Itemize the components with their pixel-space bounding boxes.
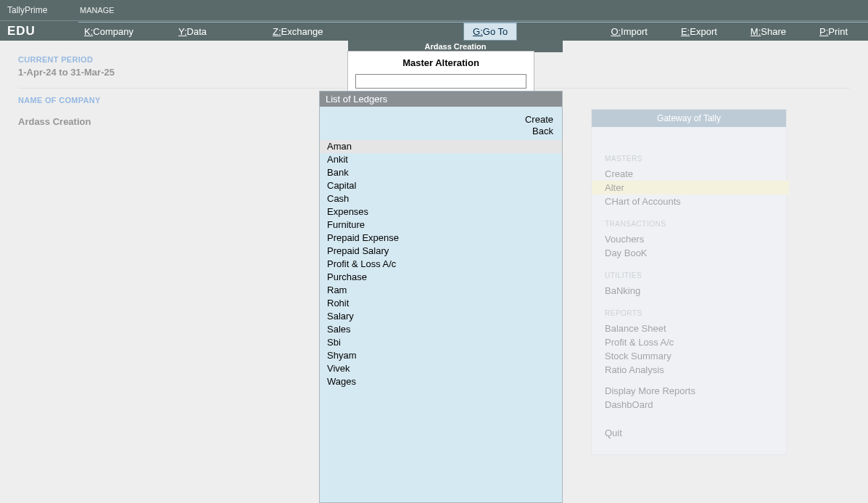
brand-line2: EDU <box>7 24 78 38</box>
menu-export[interactable]: E:Export <box>675 23 723 40</box>
ledger-list-panel: List of Ledgers Create Back AmanAnkitBan… <box>319 91 563 503</box>
gateway-title: Gateway of Tally <box>592 110 786 127</box>
ledger-item[interactable]: Capital <box>320 179 562 192</box>
ledger-item[interactable]: Aman <box>320 140 562 153</box>
gateway-banking[interactable]: BaNking <box>605 284 776 298</box>
master-alteration-box: Master Alteration <box>348 52 534 96</box>
menu-import[interactable]: O:Import <box>605 23 653 40</box>
master-title: Master Alteration <box>355 57 526 68</box>
section-reports: REPORTS <box>605 309 776 317</box>
ledger-item[interactable]: Sbi <box>320 336 562 349</box>
gateway-chart[interactable]: CHart of Accounts <box>605 195 776 208</box>
gateway-more-reports[interactable]: Display More Reports <box>605 384 776 398</box>
topbar-row-2: EDU K:Company Y:Data Z:Exchange G:Go To … <box>0 20 868 41</box>
ledger-item[interactable]: Sales <box>320 323 562 336</box>
ledger-item[interactable]: Rohit <box>320 297 562 310</box>
ledger-item[interactable]: Wages <box>320 375 562 388</box>
menu-print[interactable]: P:Print <box>814 23 853 40</box>
brand-block-2: EDU <box>0 24 78 38</box>
gateway-create[interactable]: Create <box>605 167 776 181</box>
menu-share[interactable]: M:Share <box>745 23 792 40</box>
ledger-list-head: List of Ledgers <box>320 91 562 107</box>
ledger-item[interactable]: Purchase <box>320 271 562 284</box>
section-transactions: TRANSACTIONS <box>605 220 776 228</box>
master-search-input[interactable] <box>355 74 526 89</box>
gateway-alter[interactable]: Alter <box>592 181 789 195</box>
section-masters: MASTERS <box>605 155 776 163</box>
topbar-row-1: TallyPrime MANAGE <box>0 0 868 20</box>
brand-line1: TallyPrime <box>7 5 78 15</box>
ledger-item[interactable]: Expenses <box>320 205 562 218</box>
ledger-item[interactable]: Vivek <box>320 362 562 375</box>
ledger-item[interactable]: Furniture <box>320 218 562 232</box>
menu-company[interactable]: K:Company <box>78 23 173 40</box>
action-back[interactable]: Back <box>328 126 553 137</box>
manage-label: MANAGE <box>80 6 115 15</box>
gateway-quit[interactable]: Quit <box>605 426 776 440</box>
ledger-item[interactable]: Bank <box>320 166 562 179</box>
gateway-pl[interactable]: Profit & Loss A/c <box>605 335 776 349</box>
section-utilities: UTILITIES <box>605 271 776 279</box>
gateway-stock[interactable]: Stock Summary <box>605 349 776 363</box>
gateway-panel: Gateway of Tally MASTERS Create Alter CH… <box>591 109 787 455</box>
company-bar: Ardass Creation <box>348 41 563 52</box>
ledger-item[interactable]: Cash <box>320 192 562 205</box>
action-create[interactable]: Create <box>328 114 553 126</box>
ledger-items: AmanAnkitBankCapitalCashExpensesFurnitur… <box>320 140 562 388</box>
ledger-item[interactable]: Shyam <box>320 349 562 362</box>
gateway-balancesheet[interactable]: Balance Sheet <box>605 322 776 335</box>
workspace: CURRENT PERIOD 1-Apr-24 to 31-Mar-25 NAM… <box>0 41 868 503</box>
ledger-item[interactable]: Salary <box>320 310 562 323</box>
gateway-daybook[interactable]: Day BooK <box>605 246 776 260</box>
ledger-item[interactable]: Ram <box>320 284 562 297</box>
menu-exchange[interactable]: Z:Exchange <box>267 23 376 40</box>
gateway-vouchers[interactable]: Vouchers <box>605 232 776 246</box>
ledger-item[interactable]: Prepaid Expense <box>320 232 562 245</box>
ledger-list-actions: Create Back <box>320 107 562 140</box>
ledger-item[interactable]: Profit & Loss A/c <box>320 258 562 271</box>
gateway-ratio[interactable]: Ratio Analysis <box>605 363 776 377</box>
ledger-item[interactable]: Prepaid Salary <box>320 245 562 258</box>
brand-block: TallyPrime <box>0 5 78 15</box>
menu-goto[interactable]: G:Go To <box>463 23 517 41</box>
gateway-dashboard[interactable]: DashbOard <box>605 398 776 412</box>
top-bar: TallyPrime MANAGE EDU K:Company Y:Data Z… <box>0 0 868 41</box>
ledger-item[interactable]: Ankit <box>320 153 562 166</box>
menu-data[interactable]: Y:Data <box>173 23 267 40</box>
